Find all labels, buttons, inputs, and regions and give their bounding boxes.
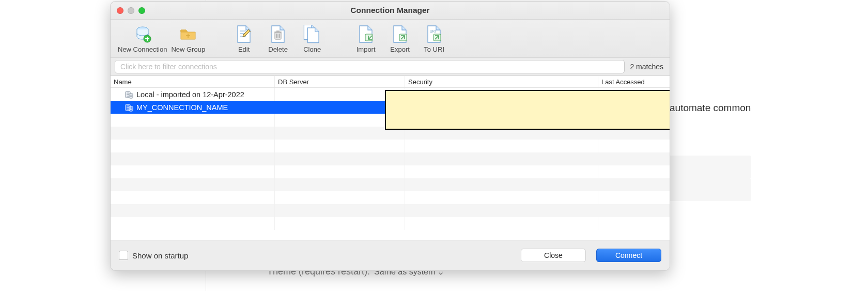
document-export-icon bbox=[390, 24, 410, 44]
folder-add-icon bbox=[178, 24, 198, 44]
background-stripe bbox=[669, 156, 751, 178]
toolbar: New Connection New Group bbox=[111, 20, 670, 58]
export-button[interactable]: Export bbox=[383, 23, 417, 53]
new-connection-button[interactable]: New Connection bbox=[116, 23, 169, 53]
toolbar-label: Export bbox=[390, 45, 410, 53]
table-row[interactable]: MY_CONNECTION_NAME bbox=[111, 101, 670, 114]
table-row bbox=[111, 204, 670, 217]
column-db-server[interactable]: DB Server bbox=[275, 76, 405, 87]
minimize-window-icon bbox=[128, 7, 134, 14]
table-row bbox=[111, 114, 670, 127]
show-on-startup-checkbox[interactable]: Show on startup bbox=[119, 251, 188, 260]
document-trash-icon bbox=[268, 24, 288, 44]
cell-security bbox=[405, 88, 598, 101]
cell-db-server bbox=[275, 101, 405, 114]
cell-last-accessed bbox=[598, 101, 670, 114]
to-uri-button[interactable]: URI To URI bbox=[417, 23, 451, 53]
connection-icon bbox=[125, 90, 133, 99]
connection-icon bbox=[125, 103, 133, 112]
svg-rect-3 bbox=[365, 34, 373, 41]
new-group-button[interactable]: New Group bbox=[169, 23, 207, 53]
edit-button[interactable]: Edit bbox=[227, 23, 261, 53]
table-row[interactable]: Local - imported on 12-Apr-2022 bbox=[111, 88, 670, 101]
document-edit-icon bbox=[234, 24, 254, 44]
toolbar-label: Delete bbox=[268, 45, 288, 53]
toolbar-label: To URI bbox=[424, 45, 444, 53]
svg-rect-10 bbox=[129, 106, 133, 111]
window-title: Connection Manager bbox=[111, 6, 670, 15]
table-row bbox=[111, 127, 670, 140]
cell-db-server bbox=[275, 88, 405, 101]
background-text: automate common bbox=[670, 102, 751, 114]
svg-text:URI: URI bbox=[430, 29, 436, 33]
document-import-icon bbox=[355, 24, 376, 44]
table-row bbox=[111, 217, 670, 230]
table-row bbox=[111, 178, 670, 191]
cell-security bbox=[405, 101, 598, 114]
fullscreen-window-icon[interactable] bbox=[138, 7, 145, 14]
toolbar-label: New Group bbox=[171, 45, 205, 53]
titlebar: Connection Manager bbox=[111, 2, 670, 20]
cell-last-accessed bbox=[598, 88, 670, 101]
connection-name: Local - imported on 12-Apr-2022 bbox=[136, 90, 244, 99]
checkbox-icon bbox=[119, 251, 128, 260]
connections-table: Name DB Server Security Last Accessed Lo… bbox=[111, 76, 670, 240]
filter-row: 2 matches bbox=[111, 58, 670, 76]
background-stripe bbox=[669, 178, 751, 201]
clone-button[interactable]: Clone bbox=[295, 23, 329, 53]
window-controls bbox=[117, 7, 145, 14]
filter-input[interactable] bbox=[115, 60, 625, 73]
checkbox-label: Show on startup bbox=[132, 251, 188, 260]
toolbar-label: Clone bbox=[303, 45, 321, 53]
toolbar-label: Edit bbox=[238, 45, 250, 53]
column-security[interactable]: Security bbox=[405, 76, 598, 87]
table-row bbox=[111, 165, 670, 178]
toolbar-label: New Connection bbox=[118, 45, 167, 53]
dialog-footer: Show on startup Close Connect bbox=[111, 240, 670, 270]
document-clone-icon bbox=[302, 24, 322, 44]
connection-manager-dialog: Connection Manager New Connection bbox=[110, 1, 670, 271]
document-uri-icon: URI bbox=[424, 24, 444, 44]
close-window-icon[interactable] bbox=[117, 7, 123, 14]
table-body: Local - imported on 12-Apr-2022 MY_CONNE… bbox=[111, 88, 670, 240]
toolbar-label: Import bbox=[357, 45, 376, 53]
svg-rect-8 bbox=[129, 94, 133, 98]
column-name[interactable]: Name bbox=[111, 76, 275, 87]
delete-button[interactable]: Delete bbox=[261, 23, 295, 53]
import-button[interactable]: Import bbox=[349, 23, 383, 53]
table-row bbox=[111, 152, 670, 165]
column-last-accessed[interactable]: Last Accessed bbox=[598, 76, 670, 87]
match-count: 2 matches bbox=[630, 63, 665, 71]
close-button[interactable]: Close bbox=[521, 249, 586, 262]
connection-name: MY_CONNECTION_NAME bbox=[136, 103, 228, 112]
table-row bbox=[111, 140, 670, 152]
table-row bbox=[111, 191, 670, 204]
connect-button[interactable]: Connect bbox=[596, 249, 661, 262]
table-header: Name DB Server Security Last Accessed bbox=[111, 76, 670, 88]
database-add-icon bbox=[132, 24, 153, 44]
